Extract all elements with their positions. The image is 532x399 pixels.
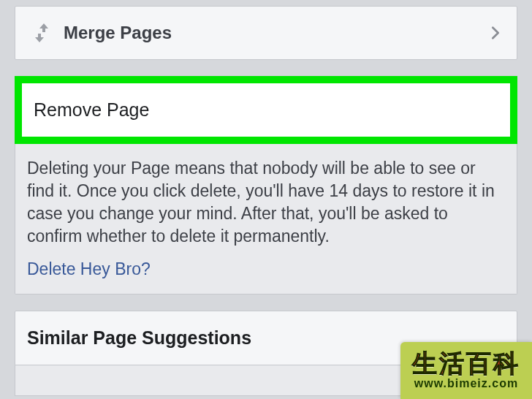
remove-page-highlight: Remove Page xyxy=(15,76,517,144)
merge-pages-title: Merge Pages xyxy=(64,23,487,43)
merge-pages-row[interactable]: Merge Pages xyxy=(15,6,517,60)
remove-page-header: Remove Page xyxy=(22,83,510,137)
watermark-title: 生活百科 xyxy=(412,351,520,376)
watermark: 生活百科 www.bimeiz.com xyxy=(400,342,532,399)
delete-page-link[interactable]: Delete Hey Bro? xyxy=(27,259,505,279)
chevron-right-icon xyxy=(487,25,503,41)
remove-page-description: Deleting your Page means that nobody wil… xyxy=(27,157,505,248)
remove-page-body: Deleting your Page means that nobody wil… xyxy=(15,144,517,294)
merge-icon xyxy=(28,20,55,46)
watermark-url: www.bimeiz.com xyxy=(414,377,518,390)
